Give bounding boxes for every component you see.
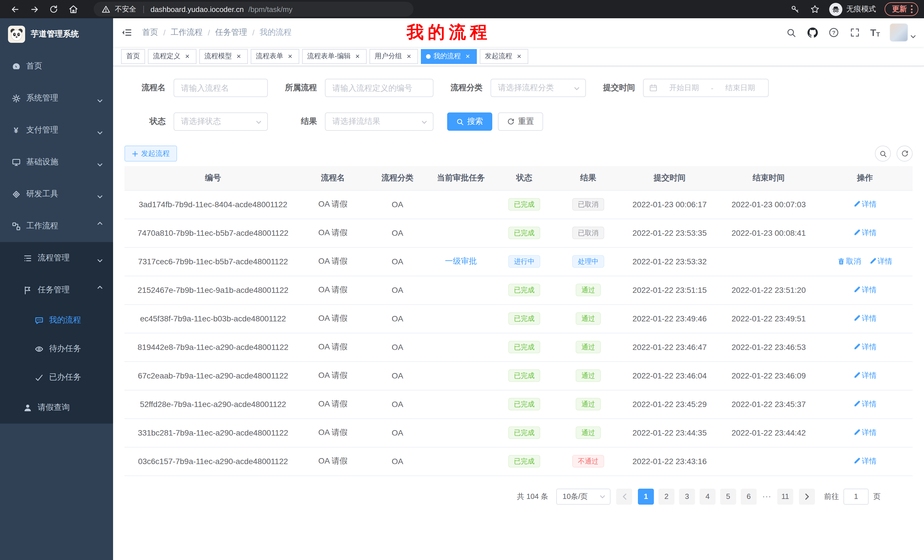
next-page-button[interactable] <box>799 488 815 505</box>
column-header-name: 流程名 <box>302 166 364 190</box>
goto-page-input[interactable] <box>843 488 868 505</box>
sidebar-item-todo-tasks[interactable]: 待办任务 <box>0 334 113 363</box>
result-select[interactable]: 请选择流结果 <box>325 112 434 131</box>
sidebar-item-workflow[interactable]: 工作流程 <box>0 210 113 242</box>
detail-link-label: 详情 <box>862 456 877 466</box>
page-number-button[interactable]: 2 <box>658 488 675 505</box>
search-icon[interactable] <box>786 27 797 38</box>
current-task-link[interactable]: 一级审批 <box>445 256 477 265</box>
tab-label: 发起流程 <box>485 51 512 61</box>
cell-status: 已完成 <box>491 418 557 447</box>
sidebar-item-done-tasks[interactable]: 已办任务 <box>0 363 113 392</box>
process-name-input[interactable] <box>174 79 268 97</box>
page-number-button[interactable]: 5 <box>720 488 736 505</box>
tab-close-icon[interactable]: × <box>235 52 243 60</box>
create-process-button[interactable]: 发起流程 <box>124 145 177 162</box>
page-number-button[interactable]: 6 <box>741 488 757 505</box>
app-logo[interactable]: 芋道管理系统 <box>0 18 113 50</box>
page-size-select[interactable]: 10条/页 <box>556 488 610 505</box>
fullscreen-icon[interactable] <box>849 27 861 38</box>
avatar[interactable] <box>890 23 908 42</box>
detail-link[interactable]: 详情 <box>853 342 877 352</box>
browser-reload-icon[interactable] <box>48 3 59 15</box>
sidebar-item-payment[interactable]: ¥ 支付管理 <box>0 114 113 146</box>
hamburger-menu-icon[interactable] <box>122 27 133 38</box>
detail-link[interactable]: 详情 <box>853 456 877 466</box>
sidebar-item-infrastructure[interactable]: 基础设施 <box>0 146 113 178</box>
font-size-icon[interactable]: TT <box>870 28 880 37</box>
view-tab[interactable]: 我的流程× <box>421 49 477 64</box>
browser-forward-icon[interactable] <box>28 3 40 15</box>
page-number-button[interactable]: 4 <box>700 488 716 505</box>
cancel-link[interactable]: 取消 <box>837 256 861 267</box>
process-category-select[interactable]: 请选择流程分类 <box>490 79 586 97</box>
cell-current-task <box>430 304 491 333</box>
app: 不安全 dashboard.yudao.iocoder.cn/bpm/task/… <box>0 0 924 560</box>
browser-menu-icon[interactable] <box>911 5 913 13</box>
tab-close-icon[interactable]: × <box>183 52 191 60</box>
breadcrumb-item[interactable]: 工作流程 <box>171 27 203 38</box>
cell-process-id: 67c2eaab-7b9a-11ec-a290-acde48001122 <box>124 361 302 390</box>
detail-link-label: 详情 <box>862 199 877 210</box>
reset-button[interactable]: 重置 <box>498 112 543 131</box>
page-ellipsis[interactable]: ··· <box>761 492 772 501</box>
view-tab[interactable]: 流程表单-编辑× <box>302 49 367 64</box>
view-tab[interactable]: 首页 <box>121 49 145 64</box>
detail-link-label: 详情 <box>862 285 877 295</box>
process-definition-input[interactable] <box>325 79 434 97</box>
tab-close-icon[interactable]: × <box>354 52 362 60</box>
browser-home-icon[interactable] <box>68 3 79 15</box>
detail-link[interactable]: 详情 <box>853 313 877 324</box>
detail-link[interactable]: 详情 <box>853 399 877 409</box>
sidebar-item-system[interactable]: 系统管理 <box>0 82 113 114</box>
view-tab[interactable]: 流程表单× <box>251 49 299 64</box>
detail-link[interactable]: 详情 <box>869 256 892 267</box>
detail-link[interactable]: 详情 <box>853 228 877 238</box>
page-number-button[interactable]: 11 <box>777 488 793 505</box>
toggle-search-icon[interactable] <box>875 145 891 162</box>
search-button[interactable]: 搜索 <box>447 112 492 131</box>
help-icon[interactable]: ? <box>828 27 840 38</box>
cell-process-category: OA <box>364 418 430 447</box>
user-menu[interactable] <box>890 23 916 42</box>
content: 流程名 所属流程 流程分类 请选择流程分类 提交时间 <box>113 66 924 560</box>
result-label: 结果 <box>282 117 317 127</box>
tab-close-icon[interactable]: × <box>515 52 523 60</box>
sidebar-item-home[interactable]: 首页 <box>0 50 113 82</box>
refresh-table-icon[interactable] <box>897 145 913 162</box>
update-button[interactable]: 更新 <box>885 2 918 16</box>
sidebar-item-leave-query[interactable]: 请假查询 <box>0 392 113 424</box>
address-bar[interactable]: 不安全 dashboard.yudao.iocoder.cn/bpm/task/… <box>94 2 414 16</box>
breadcrumb-item[interactable]: 首页 <box>142 27 158 38</box>
tab-close-icon[interactable]: × <box>405 52 413 60</box>
sidebar-item-label: 请假查询 <box>38 403 70 413</box>
page-number-button[interactable]: 1 <box>638 488 654 505</box>
prev-page-button[interactable] <box>616 488 632 505</box>
tab-close-icon[interactable]: × <box>464 52 472 60</box>
tab-close-icon[interactable]: × <box>286 52 294 60</box>
view-tab[interactable]: 流程定义× <box>148 49 196 64</box>
sidebar-item-devtools[interactable]: 研发工具 <box>0 178 113 210</box>
breadcrumb-item[interactable]: 任务管理 <box>215 27 247 38</box>
view-tab[interactable]: 用户分组× <box>369 49 418 64</box>
detail-link[interactable]: 详情 <box>853 199 877 210</box>
password-key-icon[interactable] <box>789 3 801 15</box>
detail-link[interactable]: 详情 <box>853 285 877 295</box>
detail-link[interactable]: 详情 <box>853 428 877 438</box>
cell-process-name: OA 请假 <box>302 304 364 333</box>
detail-link[interactable]: 详情 <box>853 370 877 381</box>
status-select[interactable]: 请选择状态 <box>174 112 268 131</box>
view-tab[interactable]: 发起流程× <box>480 49 528 64</box>
github-icon[interactable] <box>807 27 818 38</box>
browser-back-icon[interactable] <box>9 3 21 15</box>
view-tab[interactable]: 流程模型× <box>199 49 248 64</box>
page-number-button[interactable]: 3 <box>679 488 695 505</box>
submit-time-range-picker[interactable]: 开始日期 - 结束日期 <box>643 79 769 97</box>
bookmark-star-icon[interactable] <box>809 3 820 15</box>
cell-end-time <box>720 247 817 276</box>
sidebar-item-label: 已办任务 <box>49 372 81 382</box>
sidebar-item-process-management[interactable]: 流程管理 <box>0 242 113 274</box>
sidebar-item-task-management[interactable]: 任务管理 <box>0 274 113 306</box>
create-process-label: 发起流程 <box>141 149 170 159</box>
sidebar-item-my-process[interactable]: 我的流程 <box>0 306 113 334</box>
